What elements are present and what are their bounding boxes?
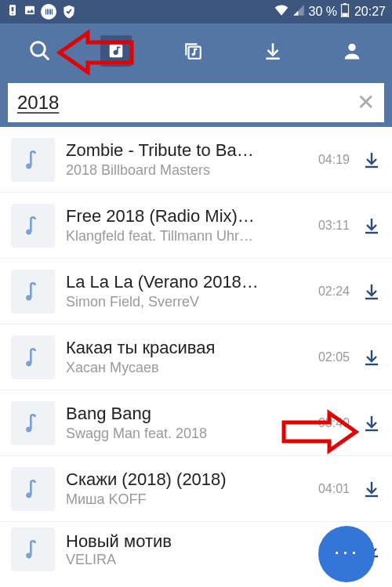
svg-rect-1 <box>12 7 14 11</box>
annotation-arrow-left <box>56 27 135 78</box>
svg-point-27 <box>26 229 31 234</box>
fab-label: ... <box>334 536 359 558</box>
downloads-tab[interactable] <box>254 32 292 70</box>
search-box[interactable]: ✕ <box>8 83 384 122</box>
music-note-icon <box>11 138 55 182</box>
svg-line-16 <box>43 54 49 60</box>
track-duration: 04:01 <box>318 482 350 496</box>
barcode-icon <box>41 4 56 20</box>
battery-pct: 30 % <box>308 5 336 19</box>
music-note-icon <box>11 204 55 248</box>
track-title: Какая ты красивая <box>66 338 306 358</box>
search-input[interactable] <box>17 92 357 114</box>
track-artist: Simon Field, SverreV <box>66 294 306 310</box>
track-artist: Klangfeld feat. Tillmann Uhr… <box>66 228 306 245</box>
list-item[interactable]: La La La (Verano 2018… Simon Field, Sver… <box>0 259 392 324</box>
track-artist: 2018 Billboard Masters <box>66 162 306 179</box>
track-title: Bang Bang <box>66 404 306 424</box>
notice-icon <box>6 4 19 20</box>
track-artist: Swagg Man feat. 2018 <box>66 426 306 442</box>
track-title: Новый мотив <box>66 531 306 552</box>
status-bar: 30 % 20:27 <box>0 0 392 24</box>
music-note-icon <box>11 270 55 313</box>
svg-point-15 <box>31 42 45 56</box>
download-button[interactable] <box>358 480 386 498</box>
list-item[interactable]: Free 2018 (Radio Mix)… Klangfeld feat. T… <box>0 193 392 259</box>
svg-marker-45 <box>60 33 132 72</box>
track-artist: Миша KOFF <box>66 491 306 508</box>
profile-tab[interactable] <box>333 32 371 70</box>
svg-point-42 <box>26 553 31 559</box>
track-duration: 02:05 <box>318 350 350 364</box>
music-note-icon <box>11 467 55 511</box>
music-note-icon <box>11 401 55 445</box>
svg-point-2 <box>12 13 13 14</box>
search-tab[interactable] <box>21 32 59 70</box>
track-duration: 02:24 <box>318 284 350 299</box>
track-artist: VELIRA <box>66 552 306 568</box>
shield-icon <box>61 4 77 20</box>
image-icon <box>24 4 36 20</box>
svg-point-30 <box>26 295 31 300</box>
track-title: Скажи (2018) (2018) <box>66 469 306 490</box>
library-tab[interactable] <box>174 32 212 70</box>
download-button[interactable] <box>358 150 386 169</box>
svg-rect-13 <box>343 3 347 5</box>
music-note-icon <box>11 335 55 379</box>
track-title: La La La (Verano 2018… <box>66 272 306 292</box>
clear-icon[interactable]: ✕ <box>357 92 375 114</box>
list-item[interactable]: Zombie - Tribute to Ba… 2018 Billboard M… <box>0 127 392 193</box>
svg-rect-3 <box>25 6 34 15</box>
download-button[interactable] <box>358 414 386 433</box>
track-duration: 03:11 <box>318 219 350 233</box>
list-item[interactable]: Какая ты красивая Хасан Мусаев 02:05 <box>0 324 392 390</box>
signal-icon <box>292 4 305 20</box>
download-button[interactable] <box>358 282 386 301</box>
track-list: Zombie - Tribute to Ba… 2018 Billboard M… <box>0 127 392 577</box>
track-title: Free 2018 (Radio Mix)… <box>66 206 306 226</box>
wifi-icon <box>274 2 289 21</box>
list-item[interactable]: Скажи (2018) (2018) Миша KOFF 04:01 <box>0 456 392 522</box>
battery-icon <box>340 3 350 20</box>
svg-point-39 <box>26 492 31 498</box>
clock-time: 20:27 <box>354 5 386 19</box>
fab-more[interactable]: ... <box>318 526 375 582</box>
svg-point-23 <box>349 44 356 51</box>
download-button[interactable] <box>358 216 386 235</box>
svg-point-36 <box>26 426 31 432</box>
annotation-arrow-right <box>281 408 359 455</box>
svg-point-24 <box>26 163 31 168</box>
svg-point-33 <box>26 361 31 366</box>
track-title: Zombie - Tribute to Ba… <box>66 140 306 161</box>
svg-rect-14 <box>342 13 347 17</box>
track-duration: 04:19 <box>318 153 350 167</box>
search-row: ✕ <box>0 78 392 127</box>
svg-marker-11 <box>294 11 299 16</box>
svg-marker-46 <box>284 413 356 451</box>
music-note-icon <box>11 527 55 571</box>
track-artist: Хасан Мусаев <box>66 360 306 376</box>
download-button[interactable] <box>358 348 386 367</box>
